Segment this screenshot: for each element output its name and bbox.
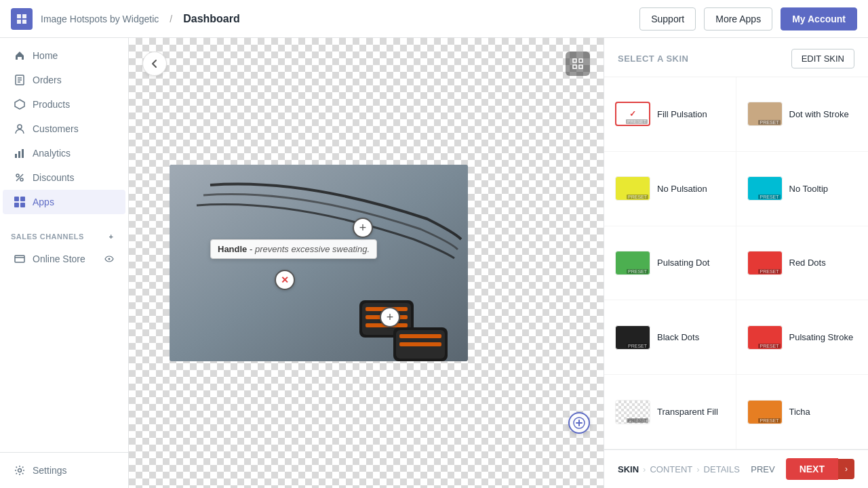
svg-rect-11	[22, 149, 24, 158]
products-icon	[14, 98, 26, 110]
sidebar-item-discounts[interactable]: Discounts	[3, 165, 125, 190]
breadcrumb-separator: /	[170, 14, 172, 24]
skin-item-pulsating-dot[interactable]: PRESET Pulsating Dot	[604, 226, 736, 301]
hotspot-tooltip: Handle - prevents excessive sweating.	[210, 239, 377, 259]
sidebar-footer: Settings	[0, 452, 128, 488]
preset-label: PRESET	[626, 119, 648, 124]
sidebar-item-home[interactable]: Home	[3, 43, 125, 68]
support-button[interactable]: Support	[639, 7, 696, 30]
svg-rect-0	[17, 14, 21, 18]
skin-panel-title: SELECT A SKIN	[618, 54, 689, 64]
settings-label: Settings	[33, 465, 67, 476]
svg-rect-3	[22, 20, 26, 24]
skin-label-dot-stroke: Dot with Stroke	[789, 109, 849, 119]
svg-rect-24	[573, 65, 576, 68]
svg-rect-1	[22, 14, 26, 18]
settings-icon	[14, 464, 26, 476]
skin-item-black-dots[interactable]: PRESET Black Dots	[604, 300, 736, 375]
sidebar: Home Orders	[0, 38, 129, 488]
footer-sep-1: ›	[643, 464, 646, 474]
skin-preview-no-pulsation: PRESET	[615, 176, 650, 201]
next-arrow-button[interactable]: ›	[838, 459, 854, 479]
svg-rect-2	[17, 20, 21, 24]
skin-preview-ticha: PRESET	[747, 400, 783, 424]
skin-item-red-dots[interactable]: PRESET Red Dots	[736, 226, 869, 301]
svg-rect-15	[14, 197, 19, 201]
svg-rect-10	[18, 151, 20, 158]
tooltip-handle-text: Handle	[218, 244, 247, 254]
canvas-area: Handle - prevents excessive sweating. + …	[129, 38, 604, 488]
preset-label: PRESET	[627, 269, 648, 274]
svg-rect-17	[14, 203, 19, 207]
sidebar-nav: Home Orders	[0, 38, 128, 220]
preset-label: PRESET	[627, 344, 648, 348]
sales-channels-label: SALES CHANNELS	[11, 232, 84, 241]
fullscreen-button[interactable]	[566, 52, 590, 76]
skin-preview-no-tooltip: PRESET	[747, 176, 783, 201]
svg-point-13	[20, 178, 23, 181]
svg-rect-25	[579, 65, 583, 68]
skin-preview-pulsating-dot: PRESET	[615, 251, 650, 275]
svg-point-8	[18, 125, 22, 129]
svg-point-12	[16, 174, 19, 177]
more-apps-button[interactable]: More Apps	[704, 7, 772, 30]
skin-item-transparent-fill[interactable]: PRESET Transparent Fill	[604, 375, 736, 449]
edit-skin-button[interactable]: EDIT SKIN	[791, 49, 854, 68]
app-logo-icon	[11, 8, 33, 30]
add-hotspot-button[interactable]	[568, 412, 590, 434]
sidebar-label-analytics: Analytics	[33, 148, 71, 159]
prev-button[interactable]: PREV	[740, 459, 785, 480]
skin-preview-dot-stroke: PRESET	[747, 102, 783, 126]
sidebar-label-orders: Orders	[33, 75, 62, 85]
preset-label: PRESET	[758, 195, 780, 199]
account-button[interactable]: My Account	[781, 7, 857, 30]
home-icon	[14, 49, 26, 62]
svg-rect-23	[579, 59, 583, 62]
orders-icon	[14, 74, 26, 86]
skin-item-fill-pulsation[interactable]: ✓ PRESET Fill Pulsation	[604, 77, 736, 152]
sidebar-label-apps: Apps	[33, 197, 54, 207]
skin-panel: SELECT A SKIN EDIT SKIN ✓ PRESET Fill Pu…	[604, 38, 868, 488]
skin-item-no-pulsation[interactable]: PRESET No Pulsation	[604, 152, 736, 226]
skin-label-pulsating-stroke: Pulsating Stroke	[789, 332, 854, 342]
sidebar-item-analytics[interactable]: Analytics	[3, 141, 125, 165]
skin-item-pulsating-stroke[interactable]: PRESET Pulsating Stroke	[736, 300, 869, 375]
step-details: DETAILS	[704, 464, 740, 474]
jump-rope-image	[170, 165, 468, 361]
skin-item-ticha[interactable]: PRESET Ticha	[736, 375, 869, 449]
sidebar-item-settings[interactable]: Settings	[3, 458, 125, 483]
add-sales-channel-button[interactable]: +	[105, 230, 117, 243]
sidebar-item-orders[interactable]: Orders	[3, 68, 125, 92]
tooltip-description: prevents excessive sweating.	[255, 244, 370, 254]
sidebar-label-customers: Customers	[33, 123, 79, 134]
preset-label: PRESET	[627, 195, 648, 199]
next-button[interactable]: NEXT	[786, 458, 838, 480]
skin-item-no-tooltip[interactable]: PRESET No Tooltip	[736, 152, 869, 226]
svg-rect-9	[15, 154, 17, 158]
hotspot-remove[interactable]: ✕	[275, 270, 295, 290]
svg-rect-16	[20, 197, 25, 201]
preset-label: PRESET	[627, 418, 648, 423]
topbar: Image Hotspots by Widgetic / Dashboard S…	[0, 0, 868, 38]
sidebar-item-products[interactable]: Products	[3, 92, 125, 117]
sidebar-label-home: Home	[33, 50, 58, 61]
step-content: CONTENT	[650, 464, 692, 474]
tooltip-dash: -	[247, 244, 255, 254]
step-skin: SKIN	[618, 464, 639, 474]
hotspot-add-top[interactable]: +	[353, 218, 373, 238]
back-button[interactable]	[142, 52, 167, 76]
skin-preview-transparent-fill: PRESET	[615, 400, 650, 424]
skin-label-fill-pulsation: Fill Pulsation	[657, 109, 707, 119]
sidebar-item-apps[interactable]: Apps	[3, 190, 125, 214]
sidebar-item-customers[interactable]: Customers	[3, 117, 125, 141]
svg-rect-18	[20, 203, 25, 207]
hotspot-add-bottom[interactable]: +	[380, 307, 400, 327]
eye-icon[interactable]	[104, 253, 115, 264]
svg-rect-36	[399, 342, 441, 346]
skin-label-no-tooltip: No Tooltip	[789, 184, 829, 194]
sidebar-item-online-store[interactable]: Online Store	[3, 247, 125, 271]
online-store-icon	[14, 253, 26, 265]
image-container: Handle - prevents excessive sweating. + …	[170, 165, 468, 361]
footer-sep-2: ›	[696, 464, 699, 474]
skin-item-dot-stroke[interactable]: PRESET Dot with Stroke	[736, 77, 869, 152]
